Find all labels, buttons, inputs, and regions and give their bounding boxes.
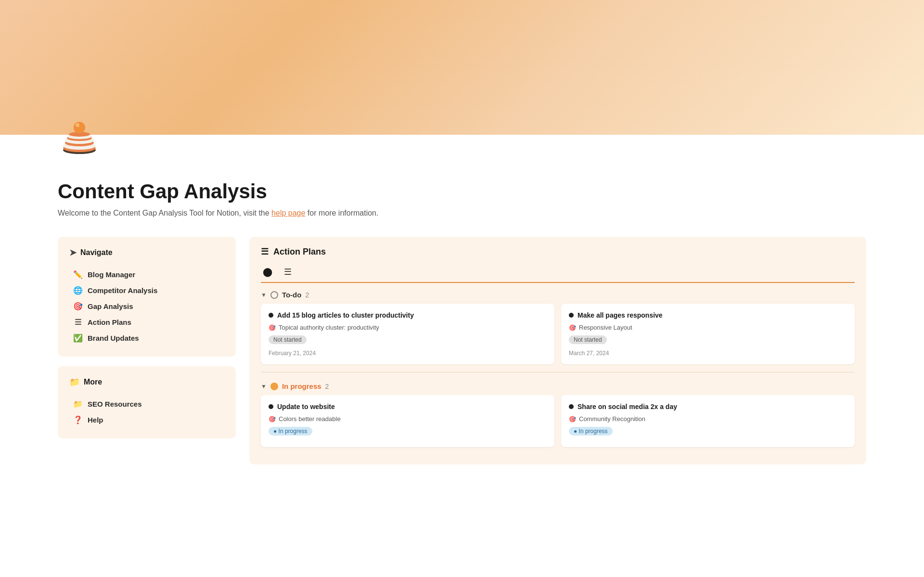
card-badge: Not started	[569, 335, 847, 348]
action-plans-header: ☰ Action Plans	[261, 246, 855, 257]
page-icon	[58, 115, 866, 161]
navigate-icon: ➤	[69, 247, 77, 258]
meta-icon: 🎯	[569, 324, 576, 331]
chevron-down-icon: ▼	[261, 383, 267, 390]
card-title: Share on social media 2x a day	[569, 403, 847, 410]
sidebar-item-brand-updates[interactable]: ✅ Brand Updates	[69, 330, 224, 346]
status-badge: ● In progress	[569, 427, 613, 436]
meta-icon: 🎯	[269, 324, 276, 331]
hero-banner	[0, 0, 924, 135]
card-meta-text: Community Recognition	[579, 415, 645, 423]
list-icon: ☰	[73, 318, 83, 327]
todo-label: To-do	[282, 291, 302, 299]
target-icon: 🎯	[73, 302, 83, 311]
status-badge: Not started	[269, 335, 307, 344]
status-badge: ● In progress	[269, 427, 312, 436]
sidebar-item-label: Blog Manager	[88, 270, 135, 279]
page-title: Content Gap Analysis	[58, 180, 866, 203]
sidebar-item-label: Help	[88, 416, 103, 424]
card-meta: 🎯 Topical authority cluster: productivit…	[269, 324, 547, 331]
edit-icon: ✏️	[73, 270, 83, 279]
navigate-section: ➤ Navigate ✏️ Blog Manager 🌐 Competitor …	[58, 237, 236, 357]
view-toggles: ⬤ ☰	[261, 266, 855, 283]
card-meta: 🎯 Colors better readable	[269, 415, 547, 423]
more-label: More	[84, 378, 102, 386]
card-title-text: Share on social media 2x a day	[578, 403, 677, 410]
check-circle-icon: ✅	[73, 333, 83, 343]
sidebar-item-label: Action Plans	[88, 318, 131, 326]
card-meta: 🎯 Responsive Layout	[569, 324, 847, 331]
card-meta-text: Responsive Layout	[579, 324, 632, 331]
navigate-label: Navigate	[80, 248, 113, 257]
sidebar-item-label: SEO Resources	[88, 400, 142, 408]
bullet-icon	[569, 313, 574, 318]
card-title-text: Add 15 blog articles to cluster producti…	[277, 311, 414, 319]
card-date: February 21, 2024	[269, 350, 547, 357]
card-title: Make all pages responsive	[569, 311, 847, 319]
action-plans-title: Action Plans	[273, 247, 326, 257]
right-content: ☰ Action Plans ⬤ ☰ ▼ To-do 2	[249, 237, 866, 464]
card-make-pages-responsive: Make all pages responsive 🎯 Responsive L…	[561, 304, 855, 364]
card-title-text: Update to website	[277, 403, 335, 410]
bullet-icon	[269, 404, 273, 409]
svg-point-9	[76, 123, 79, 127]
board-view-button[interactable]: ⬤	[261, 266, 274, 278]
todo-cards-grid: Add 15 blog articles to cluster producti…	[261, 304, 855, 364]
in-progress-label: In progress	[282, 382, 321, 390]
more-section: 📁 More 📁 SEO Resources ❓ Help	[58, 366, 236, 438]
svg-point-8	[74, 122, 85, 133]
sidebar-item-label: Competitor Analysis	[88, 286, 157, 295]
sidebar-item-gap-analysis[interactable]: 🎯 Gap Analysis	[69, 298, 224, 314]
in-progress-cards-grid: Update to website 🎯 Colors better readab…	[261, 395, 855, 447]
card-date: March 27, 2024	[569, 350, 847, 357]
action-plans-section: ☰ Action Plans ⬤ ☰ ▼ To-do 2	[249, 237, 866, 464]
more-header: 📁 More	[69, 377, 224, 387]
sidebar-item-seo-resources[interactable]: 📁 SEO Resources	[69, 396, 224, 412]
sidebar-item-label: Brand Updates	[88, 334, 139, 342]
card-badge: ● In progress	[269, 426, 547, 439]
todo-count: 2	[305, 291, 309, 299]
sidebar-item-blog-manager[interactable]: ✏️ Blog Manager	[69, 267, 224, 282]
todo-circle-icon	[270, 291, 278, 299]
in-progress-count: 2	[325, 383, 329, 390]
sidebar-item-action-plans[interactable]: ☰ Action Plans	[69, 314, 224, 330]
navigate-header: ➤ Navigate	[69, 247, 224, 258]
card-title: Add 15 blog articles to cluster producti…	[269, 311, 547, 319]
meta-icon: 🎯	[569, 416, 576, 423]
in-progress-circle-icon	[270, 383, 278, 390]
chevron-down-icon: ▼	[261, 292, 267, 298]
card-add-blog-articles: Add 15 blog articles to cluster producti…	[261, 304, 554, 364]
help-page-link[interactable]: help page	[271, 209, 305, 217]
sidebar-item-label: Gap Analysis	[88, 302, 133, 310]
card-title: Update to website	[269, 403, 547, 410]
card-update-website: Update to website 🎯 Colors better readab…	[261, 395, 554, 447]
list-view-button[interactable]: ☰	[282, 266, 294, 278]
action-plans-icon: ☰	[261, 246, 269, 257]
page-content: Content Gap Analysis Welcome to the Cont…	[0, 135, 924, 577]
main-layout: ➤ Navigate ✏️ Blog Manager 🌐 Competitor …	[58, 237, 866, 464]
folder-icon: 📁	[69, 377, 80, 387]
card-badge: ● In progress	[569, 426, 847, 439]
page-description: Welcome to the Content Gap Analysis Tool…	[58, 209, 866, 218]
globe-icon: 🌐	[73, 286, 83, 295]
card-title-text: Make all pages responsive	[578, 311, 663, 319]
section-divider	[261, 372, 855, 372]
left-sidebar: ➤ Navigate ✏️ Blog Manager 🌐 Competitor …	[58, 237, 236, 438]
sidebar-item-competitor-analysis[interactable]: 🌐 Competitor Analysis	[69, 282, 224, 298]
sidebar-item-help[interactable]: ❓ Help	[69, 412, 224, 428]
todo-group-header[interactable]: ▼ To-do 2	[261, 285, 855, 304]
status-badge: Not started	[569, 335, 607, 344]
card-meta-text: Colors better readable	[279, 415, 341, 423]
question-icon: ❓	[73, 415, 83, 424]
card-meta-text: Topical authority cluster: productivity	[279, 324, 379, 331]
folder2-icon: 📁	[73, 399, 83, 409]
bullet-icon	[269, 313, 273, 318]
meta-icon: 🎯	[269, 416, 276, 423]
in-progress-group-header[interactable]: ▼ In progress 2	[261, 376, 855, 395]
card-share-social-media: Share on social media 2x a day 🎯 Communi…	[561, 395, 855, 447]
bullet-icon	[569, 404, 574, 409]
card-badge: Not started	[269, 335, 547, 348]
card-meta: 🎯 Community Recognition	[569, 415, 847, 423]
